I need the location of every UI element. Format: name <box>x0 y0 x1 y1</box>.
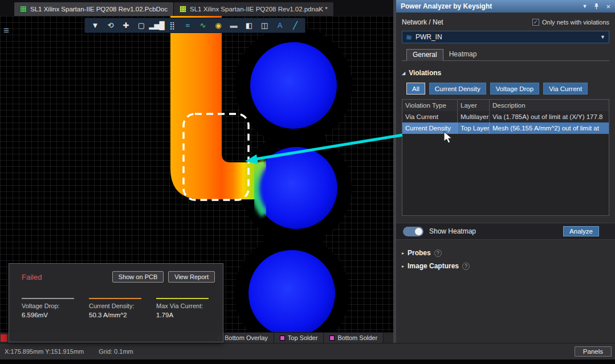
filter-current-density-button[interactable]: Current Density <box>429 83 486 95</box>
pin-icon[interactable] <box>593 3 600 10</box>
status-badge: Failed <box>22 273 42 281</box>
pad-middle[interactable] <box>255 147 337 229</box>
chevron-down-icon: ▼ <box>600 34 605 40</box>
stat-label: Max Via Current: <box>156 302 213 309</box>
pdn-doc-icon <box>180 6 186 13</box>
stat-color-line <box>89 298 141 299</box>
section-collapsed-icon: ▸ <box>402 264 404 269</box>
close-icon[interactable]: × <box>606 3 610 10</box>
table-empty-area <box>402 134 609 215</box>
only-violations-label: Only nets with violations <box>542 19 609 26</box>
stat-value: 6.596mV <box>22 312 79 318</box>
histogram-icon[interactable]: ▂▅█ <box>149 19 164 32</box>
layer-tab-label: Top Solder <box>288 334 318 341</box>
violation-filter-buttons: All Current Density Voltage Drop Via Cur… <box>402 83 609 95</box>
probes-section-title: Probes <box>408 249 431 257</box>
tab-general[interactable]: General <box>406 49 443 61</box>
help-icon[interactable]: ? <box>462 263 470 270</box>
section-collapsed-icon: ▸ <box>402 251 404 256</box>
violations-section-header[interactable]: ◢ Violations <box>402 69 609 77</box>
text-tool-icon[interactable]: A <box>272 19 287 32</box>
description-cell: Via (1.785A) out of limit at (X/Y) 177.8 <box>490 111 609 122</box>
doc-tab-label: SL1 Xilinx Spartan-IIE PQ208 Rev1.02.pdn… <box>190 6 328 13</box>
tab-heatmap[interactable]: Heatmap <box>443 49 483 61</box>
violation-type-cell: Via Current <box>402 111 458 122</box>
pad-top[interactable] <box>250 42 337 129</box>
image-captures-section-header[interactable]: ▸ Image Captures ? <box>402 262 609 270</box>
doc-tab-pcbdoc[interactable]: SL1 Xilinx Spartan-IIE PQ208 Rev1.02.Pcb… <box>14 2 174 16</box>
layer-cell: Multilayer <box>458 111 490 122</box>
layer-cell: Top Layer <box>458 122 490 134</box>
max-via-current-stat: Max Via Current: 1.79A <box>156 298 213 318</box>
net-class-icon: ≋ <box>406 34 412 41</box>
waveform-box-icon[interactable]: ◫ <box>257 19 271 32</box>
layer-color-square <box>329 336 335 341</box>
show-heatmap-toggle[interactable] <box>403 227 423 236</box>
stat-color-line <box>156 298 209 299</box>
window-bottom-edge <box>0 359 615 364</box>
image-captures-section-title: Image Captures <box>408 262 459 270</box>
table-row[interactable]: Via Current Multilayer Via (1.785A) out … <box>402 111 609 122</box>
help-icon[interactable]: ? <box>434 250 442 257</box>
doc-tab-pdna[interactable]: SL1 Xilinx Spartan-IIE PQ208 Rev1.02.pdn… <box>174 2 334 16</box>
pcb-editor-area: SL1 Xilinx Spartan-IIE PQ208 Rev1.02.Pcb… <box>0 0 393 343</box>
stat-value: 1.79A <box>156 312 213 318</box>
layer-tab-top-solder[interactable]: Top Solder <box>274 333 324 343</box>
layer-tab-bottom-solder[interactable]: Bottom Solder <box>324 333 384 343</box>
grid-dots-icon[interactable]: ⣿ <box>165 19 179 32</box>
layer-tab-label: Bottom Solder <box>337 334 377 341</box>
grid-setting: Grid: 0.1mm <box>99 348 133 355</box>
cursor-coordinates: X:175.895mm Y:151.915mm <box>5 348 84 355</box>
hamburger-menu-icon[interactable]: ≡ <box>3 25 9 36</box>
layer-color-indicator <box>1 334 7 342</box>
panel-header: Power Analyzer by Keysight ▼ × <box>396 0 615 13</box>
filter-voltage-drop-button[interactable]: Voltage Drop <box>490 83 540 95</box>
show-on-pcb-button[interactable]: Show on PCB <box>112 271 164 283</box>
pad-shape-icon[interactable]: ▬ <box>226 19 241 32</box>
only-violations-checkbox-group[interactable]: ✓ Only nets with violations <box>532 19 609 26</box>
voltage-drop-stat: Voltage Drop: 6.596mV <box>22 298 79 318</box>
show-heatmap-label: Show Heatmap <box>429 227 476 235</box>
panel-tabs: General Heatmap <box>402 49 609 61</box>
layer-tab-label: Bottom Overlay <box>225 334 268 341</box>
violations-section-title: Violations <box>409 69 441 77</box>
filter-icon[interactable]: ▼ <box>88 19 102 32</box>
move-icon[interactable]: ✚ <box>119 19 133 32</box>
probe-pin-icon[interactable]: ◉ <box>211 19 225 32</box>
show-heatmap-bar: Show Heatmap Analyze <box>396 223 615 240</box>
stat-color-line <box>22 298 74 299</box>
pcb-doc-icon <box>20 6 27 13</box>
panels-button[interactable]: Panels <box>575 346 612 357</box>
analysis-result-popup: Failed Show on PCB View Report Voltage D… <box>9 263 223 342</box>
document-tab-bar: SL1 Xilinx Spartan-IIE PQ208 Rev1.02.Pcb… <box>0 0 393 16</box>
view-report-button[interactable]: View Report <box>168 271 215 283</box>
filter-via-current-button[interactable]: Via Current <box>543 83 588 95</box>
signal-wave-icon[interactable]: ∿ <box>196 19 210 32</box>
stat-label: Current Density: <box>89 302 146 309</box>
route-net-icon[interactable]: ≈ <box>180 19 194 32</box>
filter-all-button[interactable]: All <box>406 83 425 95</box>
application-window: SL1 Xilinx Spartan-IIE PQ208 Rev1.02.Pcb… <box>0 0 615 364</box>
net-dropdown-value: PWR_IN <box>416 33 442 41</box>
violations-table: Violation Type Layer Description Via Cur… <box>402 99 609 216</box>
table-row-selected[interactable]: Current Density Top Layer Mesh (56.155 A… <box>402 122 609 134</box>
stat-label: Voltage Drop: <box>22 302 79 309</box>
line-tool-icon[interactable]: ╱ <box>288 19 302 32</box>
marquee-select-icon[interactable]: ▢ <box>134 19 148 32</box>
lasso-select-icon[interactable]: ⟲ <box>103 19 117 32</box>
column-header-violation-type[interactable]: Violation Type <box>402 100 458 111</box>
checkbox-checked-icon[interactable]: ✓ <box>532 19 539 26</box>
contrast-icon[interactable]: ◧ <box>242 19 256 32</box>
column-header-layer[interactable]: Layer <box>458 100 490 111</box>
panel-menu-icon[interactable]: ▼ <box>582 4 587 9</box>
net-dropdown[interactable]: ≋ PWR_IN ▼ <box>402 31 609 43</box>
probes-section-header[interactable]: ▸ Probes ? <box>402 249 609 257</box>
current-density-stat: Current Density: 50.3 A/mm^2 <box>89 298 146 318</box>
analyze-button[interactable]: Analyze <box>563 226 599 236</box>
column-header-description[interactable]: Description <box>490 100 609 111</box>
description-cell: Mesh (56.155 A/mm^2) out of limit at <box>490 122 609 134</box>
table-header-row: Violation Type Layer Description <box>402 100 609 111</box>
violation-type-cell: Current Density <box>402 122 458 134</box>
status-bar: X:175.895mm Y:151.915mm Grid: 0.1mm Pane… <box>0 343 615 359</box>
section-expanded-icon: ◢ <box>402 71 405 76</box>
